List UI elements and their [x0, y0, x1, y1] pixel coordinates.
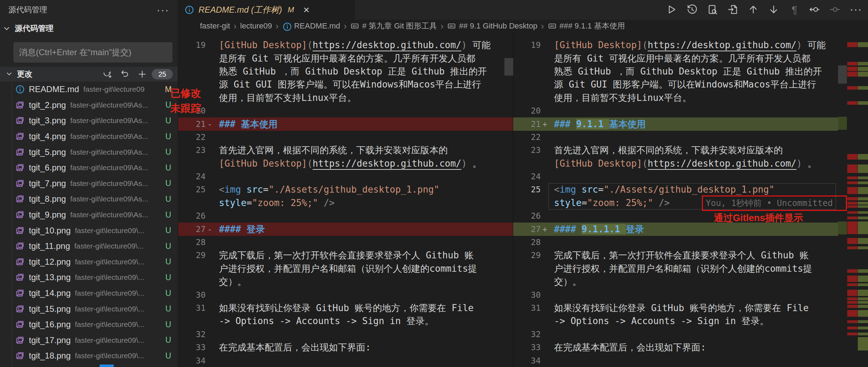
code-text: [GitHub Desktop](https://desktop.github.…	[549, 157, 817, 170]
annotation-modified: 已修改	[170, 86, 201, 101]
file-name: README.md	[29, 84, 79, 94]
file-path: faster-git\lecture09	[83, 85, 164, 94]
line-number: 22	[513, 131, 541, 144]
code-text: 在完成基本配置后，会出现如下界面:	[214, 341, 371, 354]
breadcrumb-item[interactable]: abc## 9.1 GitHub Desktop	[447, 21, 537, 31]
code-text: 完成下载后，第一次打开软件会直接要求登录个人 Github 账	[549, 249, 809, 262]
commit-message-input[interactable]: 消息(Ctrl+Enter 在“main”提交)	[13, 42, 172, 63]
breadcrumb-item[interactable]: README.md	[282, 21, 340, 31]
file-name: tgit_16.png	[29, 320, 71, 329]
file-row[interactable]: README.mdfaster-git\lecture09M	[0, 82, 178, 97]
ruler-deleted-mark	[847, 238, 857, 244]
breadcrumb-separator: ›	[234, 21, 237, 32]
open-preview-icon[interactable]	[707, 4, 719, 16]
git-status-letter: U	[164, 147, 173, 157]
goto-file-icon[interactable]	[727, 4, 739, 16]
git-status-letter: U	[164, 242, 173, 251]
prev-change-icon[interactable]	[748, 4, 760, 16]
ruler-deleted-mark	[847, 217, 857, 219]
right-scrollbar-slider[interactable]	[838, 65, 847, 84]
changes-section-header[interactable]: 更改 25	[0, 67, 178, 82]
file-row[interactable]: tgit_19.pngfaster-git\lecture09\...U	[0, 364, 178, 367]
file-row[interactable]: tgit_15.pngfaster-git\lecture09\...U	[0, 301, 178, 317]
more-actions-icon[interactable]: ···	[157, 4, 169, 16]
breadcrumb-item[interactable]: abc### 9.1.1 基本使用	[548, 21, 625, 31]
git-status-letter: U	[164, 257, 173, 266]
run-icon[interactable]	[666, 4, 678, 16]
code-line: 23首先进入官网，根据不同的系统，下载并安装对应版本的	[513, 144, 838, 157]
source-control-sidebar: 源代码管理 ··· 源代码管理 消息(Ctrl+Enter 在“main”提交)…	[0, 0, 178, 367]
diff-overview-ruler[interactable]	[847, 0, 868, 367]
git-status-letter: U	[164, 163, 173, 173]
changes-actions	[102, 69, 147, 79]
ruler-added-mark	[858, 67, 868, 71]
close-icon[interactable]: ×	[303, 5, 310, 15]
code-line: 32	[178, 328, 513, 341]
file-row[interactable]: tgit_5.pngfaster-git\lecture09\As...U	[0, 144, 178, 160]
ruler-deleted-mark	[847, 205, 857, 208]
line-number: 30	[178, 289, 206, 302]
diff-original-pane[interactable]: 19[GitHub Desktop](https://desktop.githu…	[178, 32, 513, 367]
file-path: faster-git\lecture09\...	[75, 273, 164, 282]
breadcrumb-label: ### 9.1.1 基本使用	[560, 21, 625, 31]
pilcrow-icon[interactable]: ¶	[788, 4, 800, 16]
code-line: 交）。	[513, 275, 838, 288]
file-row[interactable]: tgit_11.pngfaster-git\lecture09\...U	[0, 238, 178, 254]
file-row[interactable]: tgit_7.pngfaster-git\lecture09\As...U	[0, 176, 178, 192]
code-line: 22	[513, 131, 838, 144]
line-number: 23	[513, 144, 541, 157]
file-row[interactable]: tgit_10.pngfaster-git\lecture09\...U	[0, 223, 178, 238]
file-path: faster-git\lecture09\...	[75, 258, 164, 266]
file-row[interactable]: tgit_16.pngfaster-git\lecture09\...U	[0, 317, 178, 333]
diff-editor-group: README.md (工作树) M × ¶··· faster-git›lect…	[178, 0, 868, 367]
line-number: 28	[178, 236, 206, 249]
left-scrollbar-slider[interactable]	[504, 58, 513, 76]
ruler-deleted-mark	[847, 62, 857, 65]
sidebar-scrollbar[interactable]	[100, 365, 114, 367]
revert-block-icon[interactable]	[809, 4, 821, 16]
stage-all-icon[interactable]	[137, 69, 147, 79]
discard-all-icon[interactable]	[119, 69, 130, 79]
gitlens-blame-annotation: You, 1秒钟前 • Uncommitted	[702, 195, 847, 211]
tab-readme-worktree[interactable]: README.md (工作树) M ×	[178, 0, 355, 20]
history-icon[interactable]	[686, 4, 698, 16]
next-change-icon[interactable]	[768, 4, 780, 16]
svg-text:abc: abc	[352, 24, 357, 28]
source-control-section-header[interactable]: 源代码管理	[0, 20, 178, 37]
file-name: tgit_3.png	[29, 116, 66, 125]
code-text: [GitHub Desktop](https://desktop.github.…	[214, 157, 482, 170]
file-row[interactable]: tgit_17.pngfaster-git\lecture09\...U	[0, 333, 178, 348]
stash-all-icon[interactable]	[102, 69, 112, 79]
breadcrumb-item[interactable]: abc# 第九章 Git 图形工具	[350, 21, 437, 31]
file-row[interactable]: tgit_12.pngfaster-git\lecture09\...U	[0, 254, 178, 270]
ruler-deleted-mark	[847, 165, 857, 173]
file-row[interactable]: tgit_8.pngfaster-git\lecture09\As...U	[0, 191, 178, 207]
breadcrumb-item[interactable]: lecture09	[240, 21, 272, 31]
line-number: 31	[513, 302, 541, 315]
ruler-deleted-mark	[847, 221, 857, 234]
ruler-deleted-mark	[847, 333, 857, 335]
breadcrumb-item[interactable]: faster-git	[200, 21, 230, 31]
line-number: 34	[178, 354, 206, 367]
ruler-deleted-mark	[847, 72, 857, 77]
file-row[interactable]: tgit_4.pngfaster-git\lecture09\As...U	[0, 129, 178, 144]
file-row[interactable]: tgit_18.pngfaster-git\lecture09\...U	[0, 348, 178, 364]
code-line: 33在完成基本配置后，会出现如下界面:	[178, 341, 513, 354]
file-row[interactable]: tgit_14.pngfaster-git\lecture09\...U	[0, 285, 178, 301]
breadcrumb-label: lecture09	[240, 21, 272, 31]
ruler-added-mark	[858, 238, 868, 244]
line-number: 33	[178, 341, 206, 354]
file-path: faster-git\lecture09\As...	[70, 132, 164, 141]
file-row[interactable]: tgit_2.pngfaster-git\lecture09\As...U	[0, 97, 178, 113]
file-row[interactable]: tgit_3.pngfaster-git\lecture09\As...U	[0, 113, 178, 129]
ruler-deleted-mark	[847, 67, 857, 71]
added-line: 27+#### 9.1.1.1 登录	[513, 223, 838, 236]
file-row[interactable]: tgit_13.pngfaster-git\lecture09\...U	[0, 270, 178, 285]
file-row[interactable]: tgit_9.pngfaster-git\lecture09\As...U	[0, 207, 178, 223]
inline-view-icon[interactable]	[829, 4, 841, 16]
ruler-added-mark	[858, 211, 868, 214]
file-row[interactable]: tgit_6.pngfaster-git\lecture09\As...U	[0, 160, 178, 176]
code-line: 19[GitHub Desktop](https://desktop.githu…	[178, 39, 513, 52]
file-name: tgit_8.png	[29, 194, 66, 204]
chevron-down-icon	[5, 70, 14, 79]
